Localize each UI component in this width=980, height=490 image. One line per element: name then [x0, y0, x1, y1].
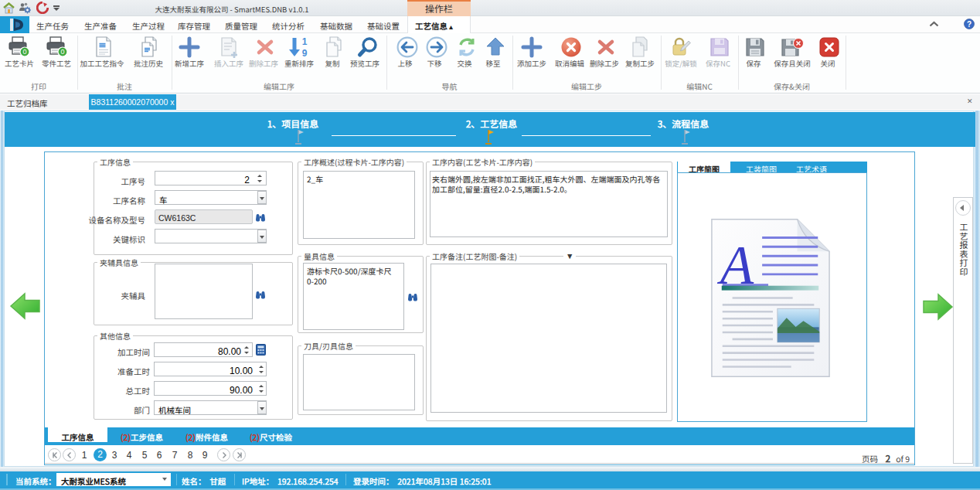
svg-text:?: ? — [967, 20, 971, 29]
svg-text:0: 0 — [60, 48, 64, 56]
svg-text:9: 9 — [302, 48, 308, 58]
svg-text:0: 0 — [22, 48, 26, 56]
svg-text:1: 1 — [302, 36, 308, 47]
